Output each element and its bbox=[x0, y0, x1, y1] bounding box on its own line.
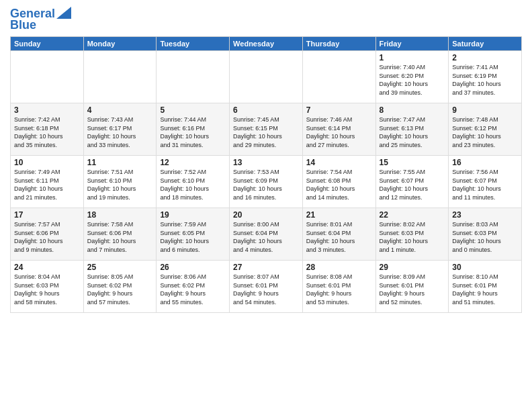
calendar-cell bbox=[11, 51, 84, 103]
day-number: 12 bbox=[160, 158, 226, 167]
day-info: Sunrise: 7:56 AM Sunset: 6:07 PM Dayligh… bbox=[452, 168, 518, 201]
day-number: 16 bbox=[452, 158, 518, 167]
day-number: 30 bbox=[452, 263, 518, 272]
weekday-header-row: SundayMondayTuesdayWednesdayThursdayFrid… bbox=[11, 37, 522, 51]
calendar-cell: 26Sunrise: 8:06 AM Sunset: 6:02 PM Dayli… bbox=[157, 261, 230, 313]
day-info: Sunrise: 8:08 AM Sunset: 6:01 PM Dayligh… bbox=[306, 273, 372, 306]
day-number: 19 bbox=[160, 210, 226, 220]
day-info: Sunrise: 7:45 AM Sunset: 6:15 PM Dayligh… bbox=[233, 116, 299, 149]
day-info: Sunrise: 7:52 AM Sunset: 6:10 PM Dayligh… bbox=[160, 168, 226, 201]
calendar-week-5: 24Sunrise: 8:04 AM Sunset: 6:03 PM Dayli… bbox=[11, 261, 522, 313]
day-info: Sunrise: 7:58 AM Sunset: 6:06 PM Dayligh… bbox=[87, 220, 153, 254]
calendar-cell: 27Sunrise: 8:07 AM Sunset: 6:01 PM Dayli… bbox=[230, 261, 303, 313]
day-number: 20 bbox=[233, 210, 299, 220]
day-info: Sunrise: 8:02 AM Sunset: 6:03 PM Dayligh… bbox=[380, 220, 445, 254]
logo-blue: Blue bbox=[10, 18, 36, 32]
day-number: 18 bbox=[87, 210, 153, 220]
day-number: 1 bbox=[380, 53, 445, 62]
weekday-header-sunday: Sunday bbox=[11, 37, 84, 51]
day-info: Sunrise: 8:09 AM Sunset: 6:01 PM Dayligh… bbox=[380, 273, 445, 306]
day-info: Sunrise: 7:49 AM Sunset: 6:11 PM Dayligh… bbox=[14, 168, 80, 201]
day-info: Sunrise: 7:53 AM Sunset: 6:09 PM Dayligh… bbox=[233, 168, 299, 201]
day-number: 29 bbox=[380, 263, 445, 272]
weekday-header-tuesday: Tuesday bbox=[157, 37, 230, 51]
calendar-cell: 13Sunrise: 7:53 AM Sunset: 6:09 PM Dayli… bbox=[230, 156, 303, 208]
calendar-cell: 21Sunrise: 8:01 AM Sunset: 6:04 PM Dayli… bbox=[302, 208, 375, 261]
calendar-cell: 29Sunrise: 8:09 AM Sunset: 6:01 PM Dayli… bbox=[375, 261, 449, 313]
calendar-cell: 17Sunrise: 7:57 AM Sunset: 6:06 PM Dayli… bbox=[11, 208, 84, 261]
day-info: Sunrise: 8:05 AM Sunset: 6:02 PM Dayligh… bbox=[87, 273, 153, 306]
day-number: 23 bbox=[452, 210, 518, 220]
day-info: Sunrise: 8:06 AM Sunset: 6:02 PM Dayligh… bbox=[160, 273, 226, 306]
day-number: 24 bbox=[14, 263, 80, 272]
calendar-cell: 2Sunrise: 7:41 AM Sunset: 6:19 PM Daylig… bbox=[449, 51, 522, 103]
calendar-cell: 6Sunrise: 7:45 AM Sunset: 6:15 PM Daylig… bbox=[230, 103, 303, 156]
logo-wave-icon bbox=[56, 7, 71, 19]
day-info: Sunrise: 8:00 AM Sunset: 6:04 PM Dayligh… bbox=[233, 220, 299, 254]
weekday-header-saturday: Saturday bbox=[449, 37, 522, 51]
day-info: Sunrise: 8:03 AM Sunset: 6:03 PM Dayligh… bbox=[452, 220, 518, 254]
day-info: Sunrise: 7:54 AM Sunset: 6:08 PM Dayligh… bbox=[306, 168, 372, 201]
calendar-cell: 25Sunrise: 8:05 AM Sunset: 6:02 PM Dayli… bbox=[83, 261, 157, 313]
page-container: General Blue SundayMondayTuesdayWednesda… bbox=[0, 0, 532, 320]
day-number: 4 bbox=[87, 105, 153, 115]
day-number: 11 bbox=[87, 158, 153, 167]
day-number: 14 bbox=[306, 158, 372, 167]
calendar-cell: 18Sunrise: 7:58 AM Sunset: 6:06 PM Dayli… bbox=[83, 208, 157, 261]
day-info: Sunrise: 7:42 AM Sunset: 6:18 PM Dayligh… bbox=[14, 116, 80, 149]
day-info: Sunrise: 7:41 AM Sunset: 6:19 PM Dayligh… bbox=[452, 63, 518, 97]
calendar-header: SundayMondayTuesdayWednesdayThursdayFrid… bbox=[11, 37, 522, 51]
day-number: 17 bbox=[14, 210, 80, 220]
calendar-cell: 19Sunrise: 7:59 AM Sunset: 6:05 PM Dayli… bbox=[157, 208, 230, 261]
calendar-cell: 28Sunrise: 8:08 AM Sunset: 6:01 PM Dayli… bbox=[302, 261, 375, 313]
calendar-cell bbox=[83, 51, 157, 103]
day-number: 10 bbox=[14, 158, 80, 167]
day-number: 25 bbox=[87, 263, 153, 272]
calendar-cell: 15Sunrise: 7:55 AM Sunset: 6:07 PM Dayli… bbox=[375, 156, 449, 208]
day-number: 13 bbox=[233, 158, 299, 167]
day-info: Sunrise: 8:10 AM Sunset: 6:01 PM Dayligh… bbox=[452, 273, 518, 306]
header: General Blue bbox=[10, 7, 522, 32]
day-number: 6 bbox=[233, 105, 299, 115]
calendar-week-1: 1Sunrise: 7:40 AM Sunset: 6:20 PM Daylig… bbox=[11, 51, 522, 103]
weekday-header-wednesday: Wednesday bbox=[230, 37, 303, 51]
svg-marker-0 bbox=[56, 7, 71, 19]
calendar-cell: 7Sunrise: 7:46 AM Sunset: 6:14 PM Daylig… bbox=[302, 103, 375, 156]
day-info: Sunrise: 7:44 AM Sunset: 6:16 PM Dayligh… bbox=[160, 116, 226, 149]
day-info: Sunrise: 7:51 AM Sunset: 6:10 PM Dayligh… bbox=[87, 168, 153, 201]
calendar-table: SundayMondayTuesdayWednesdayThursdayFrid… bbox=[10, 36, 522, 313]
day-number: 26 bbox=[160, 263, 226, 272]
calendar-cell: 16Sunrise: 7:56 AM Sunset: 6:07 PM Dayli… bbox=[449, 156, 522, 208]
day-number: 27 bbox=[233, 263, 299, 272]
day-number: 28 bbox=[306, 263, 372, 272]
weekday-header-monday: Monday bbox=[83, 37, 157, 51]
day-number: 8 bbox=[380, 105, 445, 115]
calendar-cell: 1Sunrise: 7:40 AM Sunset: 6:20 PM Daylig… bbox=[375, 51, 449, 103]
day-info: Sunrise: 7:47 AM Sunset: 6:13 PM Dayligh… bbox=[380, 116, 445, 149]
day-number: 5 bbox=[160, 105, 226, 115]
calendar-week-4: 17Sunrise: 7:57 AM Sunset: 6:06 PM Dayli… bbox=[11, 208, 522, 261]
calendar-body: 1Sunrise: 7:40 AM Sunset: 6:20 PM Daylig… bbox=[11, 51, 522, 313]
calendar-week-3: 10Sunrise: 7:49 AM Sunset: 6:11 PM Dayli… bbox=[11, 156, 522, 208]
day-number: 9 bbox=[452, 105, 518, 115]
calendar-cell: 14Sunrise: 7:54 AM Sunset: 6:08 PM Dayli… bbox=[302, 156, 375, 208]
day-info: Sunrise: 7:48 AM Sunset: 6:12 PM Dayligh… bbox=[452, 116, 518, 149]
calendar-cell: 4Sunrise: 7:43 AM Sunset: 6:17 PM Daylig… bbox=[83, 103, 157, 156]
calendar-week-2: 3Sunrise: 7:42 AM Sunset: 6:18 PM Daylig… bbox=[11, 103, 522, 156]
day-number: 21 bbox=[306, 210, 372, 220]
logo-text: General Blue bbox=[10, 7, 71, 32]
calendar-cell bbox=[302, 51, 375, 103]
calendar-cell bbox=[230, 51, 303, 103]
calendar-cell: 24Sunrise: 8:04 AM Sunset: 6:03 PM Dayli… bbox=[11, 261, 84, 313]
day-number: 2 bbox=[452, 53, 518, 62]
logo: General Blue bbox=[10, 7, 71, 32]
calendar-cell: 3Sunrise: 7:42 AM Sunset: 6:18 PM Daylig… bbox=[11, 103, 84, 156]
calendar-cell: 11Sunrise: 7:51 AM Sunset: 6:10 PM Dayli… bbox=[83, 156, 157, 208]
day-info: Sunrise: 7:43 AM Sunset: 6:17 PM Dayligh… bbox=[87, 116, 153, 149]
calendar-cell: 30Sunrise: 8:10 AM Sunset: 6:01 PM Dayli… bbox=[449, 261, 522, 313]
day-info: Sunrise: 7:59 AM Sunset: 6:05 PM Dayligh… bbox=[160, 220, 226, 254]
calendar-cell: 10Sunrise: 7:49 AM Sunset: 6:11 PM Dayli… bbox=[11, 156, 84, 208]
day-number: 7 bbox=[306, 105, 372, 115]
calendar-cell: 12Sunrise: 7:52 AM Sunset: 6:10 PM Dayli… bbox=[157, 156, 230, 208]
day-number: 15 bbox=[380, 158, 445, 167]
